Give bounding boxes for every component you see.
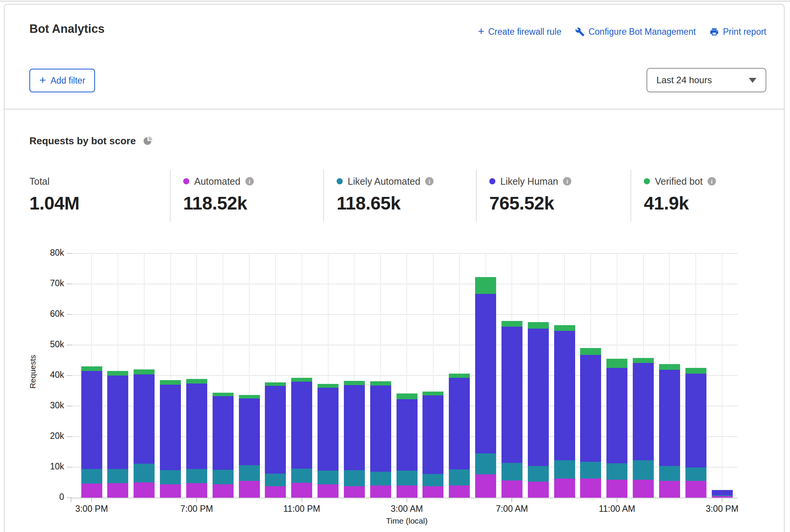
bar[interactable] <box>160 380 181 498</box>
bar-segment-automated[interactable] <box>291 483 312 498</box>
bar-segment-likely-human[interactable] <box>81 371 102 469</box>
bar-segment-verified-bot[interactable] <box>580 348 601 355</box>
bar-segment-automated[interactable] <box>528 482 549 498</box>
bar-segment-verified-bot[interactable] <box>239 395 260 398</box>
bar-segment-likely-human[interactable] <box>475 294 496 453</box>
bar[interactable] <box>81 366 102 498</box>
bar[interactable] <box>186 379 207 498</box>
bar-segment-verified-bot[interactable] <box>81 366 102 371</box>
bar-segment-likely-automated[interactable] <box>107 469 128 483</box>
bar-segment-likely-automated[interactable] <box>134 464 155 482</box>
bar-segment-likely-automated[interactable] <box>475 453 496 474</box>
bar-segment-verified-bot[interactable] <box>134 369 155 374</box>
bar-segment-verified-bot[interactable] <box>318 384 339 388</box>
bar[interactable] <box>501 321 522 498</box>
bar-segment-likely-automated[interactable] <box>213 470 234 484</box>
bar-segment-likely-human[interactable] <box>186 384 207 469</box>
bar-segment-likely-automated[interactable] <box>239 465 260 481</box>
bar-segment-verified-bot[interactable] <box>633 358 654 363</box>
bar-segment-likely-human[interactable] <box>370 385 391 472</box>
bar-segment-likely-human[interactable] <box>422 395 443 474</box>
bar-segment-likely-human[interactable] <box>239 398 260 465</box>
bar-segment-verified-bot[interactable] <box>344 381 365 385</box>
bar-segment-automated[interactable] <box>659 481 680 498</box>
bar-segment-likely-human[interactable] <box>449 378 470 469</box>
bar[interactable] <box>134 369 155 498</box>
bar-segment-automated[interactable] <box>712 496 733 498</box>
bar-segment-automated[interactable] <box>160 484 181 498</box>
bar-segment-likely-human[interactable] <box>685 374 706 468</box>
bar-segment-automated[interactable] <box>265 486 286 498</box>
bar-segment-likely-automated[interactable] <box>633 460 654 480</box>
bar-segment-likely-automated[interactable] <box>318 471 339 484</box>
bar-segment-verified-bot[interactable] <box>449 374 470 378</box>
bar-segment-likely-automated[interactable] <box>449 469 470 485</box>
bar-segment-automated[interactable] <box>134 482 155 498</box>
bar-segment-automated[interactable] <box>633 480 654 498</box>
bar-segment-likely-human[interactable] <box>291 382 312 469</box>
bar-segment-likely-automated[interactable] <box>265 474 286 486</box>
bar-segment-likely-human[interactable] <box>580 355 601 462</box>
bar-segment-verified-bot[interactable] <box>606 359 627 368</box>
bar-segment-verified-bot[interactable] <box>685 368 706 374</box>
bar[interactable] <box>685 368 706 498</box>
bar-segment-automated[interactable] <box>397 485 418 498</box>
bar-segment-likely-human[interactable] <box>606 368 627 463</box>
bar[interactable] <box>265 382 286 498</box>
bar-segment-likely-human[interactable] <box>344 385 365 470</box>
bar[interactable] <box>397 393 418 498</box>
bar-segment-verified-bot[interactable] <box>213 393 234 396</box>
bar[interactable] <box>370 381 391 498</box>
bar-segment-verified-bot[interactable] <box>265 382 286 386</box>
bar-segment-verified-bot[interactable] <box>501 321 522 327</box>
bar[interactable] <box>659 364 680 498</box>
bar[interactable] <box>239 395 260 498</box>
bar[interactable] <box>449 374 470 498</box>
bar-segment-verified-bot[interactable] <box>370 381 391 385</box>
bar-segment-likely-human[interactable] <box>213 396 234 470</box>
bar-segment-verified-bot[interactable] <box>291 378 312 382</box>
bar-segment-likely-human[interactable] <box>633 363 654 460</box>
bar-segment-automated[interactable] <box>318 484 339 498</box>
bar-segment-verified-bot[interactable] <box>475 277 496 294</box>
bar-segment-likely-human[interactable] <box>659 370 680 466</box>
bar-segment-likely-automated[interactable] <box>81 469 102 484</box>
bar-segment-automated[interactable] <box>422 486 443 498</box>
bar-segment-verified-bot[interactable] <box>397 393 418 399</box>
bar-segment-verified-bot[interactable] <box>186 379 207 384</box>
bar-segment-likely-human[interactable] <box>318 388 339 471</box>
bar-segment-verified-bot[interactable] <box>554 325 575 331</box>
bar[interactable] <box>528 322 549 498</box>
bar-segment-automated[interactable] <box>449 485 470 498</box>
bar[interactable] <box>291 378 312 498</box>
bar-segment-likely-automated[interactable] <box>606 463 627 480</box>
bar-segment-likely-automated[interactable] <box>397 471 418 485</box>
bar-segment-likely-human[interactable] <box>528 329 549 466</box>
bar[interactable] <box>606 359 627 498</box>
bar-segment-automated[interactable] <box>81 484 102 498</box>
bar-segment-likely-automated[interactable] <box>422 474 443 486</box>
bar[interactable] <box>422 392 443 498</box>
bar-segment-likely-human[interactable] <box>501 327 522 463</box>
bar-segment-verified-bot[interactable] <box>528 322 549 329</box>
bar[interactable] <box>580 348 601 498</box>
bar-segment-likely-automated[interactable] <box>291 469 312 483</box>
bar[interactable] <box>475 277 496 498</box>
bar-segment-automated[interactable] <box>239 481 260 498</box>
bar[interactable] <box>633 358 654 498</box>
bar-segment-automated[interactable] <box>580 479 601 498</box>
bar-segment-automated[interactable] <box>344 486 365 498</box>
bar-segment-likely-automated[interactable] <box>580 462 601 479</box>
bar-segment-automated[interactable] <box>213 484 234 498</box>
bar-segment-likely-human[interactable] <box>160 385 181 470</box>
bar-segment-likely-human[interactable] <box>265 386 286 474</box>
bar-segment-automated[interactable] <box>685 481 706 498</box>
bar-segment-automated[interactable] <box>554 479 575 498</box>
bar[interactable] <box>712 490 733 498</box>
bar-segment-likely-automated[interactable] <box>186 469 207 483</box>
bar-segment-likely-automated[interactable] <box>554 460 575 479</box>
bar-segment-likely-automated[interactable] <box>501 463 522 480</box>
bar-segment-likely-human[interactable] <box>134 374 155 464</box>
bar-segment-likely-automated[interactable] <box>685 468 706 481</box>
bar-segment-automated[interactable] <box>186 483 207 498</box>
